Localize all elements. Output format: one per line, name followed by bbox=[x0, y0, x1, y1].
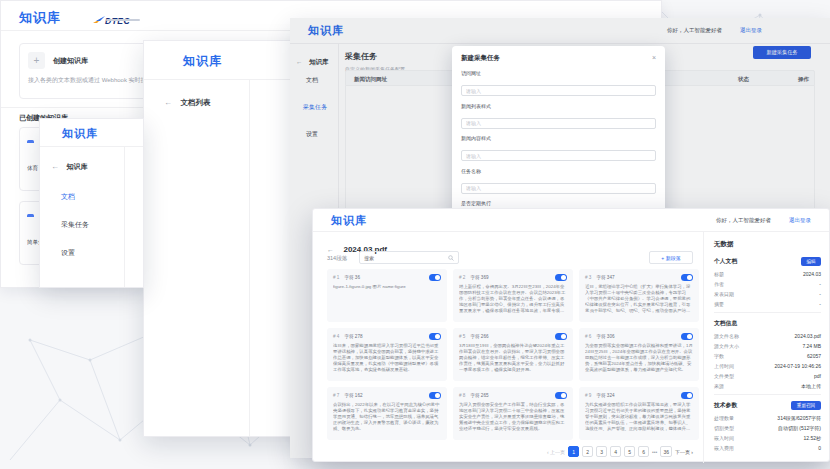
tech-value: 0 bbox=[818, 445, 821, 451]
logout-link[interactable]: 退出登录 bbox=[789, 217, 811, 224]
segment-text: 为深入贯彻全国安全生产工作部署，结合行业实际，各地区各部门深入学习贯彻二十届三中… bbox=[459, 402, 567, 432]
pagination-page-1[interactable]: 1 bbox=[568, 446, 579, 457]
file-value: 2024-07-19 10:46:26 bbox=[775, 363, 821, 369]
doc-list-app-title: 知识库 bbox=[183, 53, 222, 70]
field-task-name-label: 任务名称 bbox=[461, 168, 656, 174]
meta-value: - bbox=[819, 291, 821, 297]
tech-key: 嵌入费用 bbox=[714, 445, 734, 451]
schedule-label: 是否定期执行 bbox=[461, 200, 656, 206]
meta-value: - bbox=[819, 301, 821, 307]
meta-key: 摘要 bbox=[714, 301, 724, 307]
search-input-wrap bbox=[359, 251, 459, 264]
dtec-logo-subline bbox=[106, 19, 140, 21]
field-task-name-input[interactable] bbox=[461, 183, 656, 194]
tech-section-title: 技术参数 bbox=[714, 401, 737, 410]
pagination-prev[interactable]: ‹ 上一页 bbox=[547, 449, 565, 455]
segment-chars: 字符 36 bbox=[344, 275, 424, 280]
file-value: 本地上传 bbox=[801, 383, 821, 389]
modal-title: 新建采集任务 bbox=[461, 54, 500, 63]
segment-toggle[interactable] bbox=[429, 274, 441, 281]
back-arrow-icon[interactable]: ← bbox=[164, 98, 172, 107]
file-key: 源文件大小 bbox=[714, 343, 739, 349]
tech-recall-button[interactable]: 重新召回 bbox=[791, 401, 821, 410]
segment-toggle[interactable] bbox=[555, 333, 567, 340]
plus-icon: + bbox=[28, 52, 45, 69]
segment-text: 踏上新征程，奋楫再出发。3月22日至23日，2024年全国国防科技工业工作会议在… bbox=[459, 284, 567, 314]
segment-chars: 字符 306 bbox=[596, 334, 676, 339]
pagination-next[interactable]: 下一页 › bbox=[675, 449, 693, 455]
segment-chars: 字符 324 bbox=[596, 393, 676, 398]
pagination: ‹ 上一页 1 2 3 4 5 6 ••• 36 下一页 › bbox=[313, 446, 699, 457]
user-greeting: 你好，人工智能爱好者 bbox=[716, 217, 771, 224]
segment-chars: 字符 278 bbox=[344, 334, 424, 339]
kb-nav-back-label[interactable]: 知识库 bbox=[66, 163, 87, 170]
segment-toggle[interactable] bbox=[555, 274, 567, 281]
document-window: 知识库 你好，人工智能爱好者 退出登录 无数据 个人文档 编辑 标题2024.0… bbox=[312, 208, 830, 462]
segment-card: # 7字符 162 会议指出，2022年以来，在以习近平同志为核心的党中央坚强领… bbox=[327, 387, 447, 440]
tech-value: 12.52秒 bbox=[803, 435, 821, 441]
file-key: 字数 bbox=[714, 353, 724, 359]
segment-toggle[interactable] bbox=[681, 392, 693, 399]
base-app-title: 知识库 bbox=[19, 9, 61, 27]
doc-list-sidebar-divider bbox=[249, 79, 250, 436]
add-segment-button[interactable]: + 新段落 bbox=[649, 251, 693, 264]
tech-key: 嵌入时间 bbox=[714, 435, 734, 441]
sidebar-item-docs[interactable]: 文档 bbox=[61, 192, 75, 202]
pagination-page-4[interactable]: 4 bbox=[610, 446, 621, 457]
segment-chars: 字符 266 bbox=[470, 334, 550, 339]
segment-card: # 5字符 266 3月18日至19日，全国两会精神传达会暨2024年重点工作部… bbox=[453, 328, 573, 381]
file-key: 源文件名称 bbox=[714, 333, 739, 339]
field-content-style-label: 新闻内容样式 bbox=[461, 135, 656, 141]
segment-toggle[interactable] bbox=[429, 392, 441, 399]
segment-index: # 7 bbox=[333, 393, 339, 398]
back-arrow-icon[interactable]: ← bbox=[51, 162, 59, 171]
segment-toggle[interactable] bbox=[555, 392, 567, 399]
pagination-page-6[interactable]: 6 bbox=[638, 446, 649, 457]
segment-text: 近日，党组理论学习中心组（扩大）举行集体学习，深入学习贯彻二十届中央纪委三次全会… bbox=[585, 284, 693, 314]
segment-index: # 9 bbox=[585, 393, 591, 398]
meta-empty-state: 无数据 bbox=[714, 240, 821, 249]
file-key: 上传时间 bbox=[714, 363, 734, 369]
doc-list-back-label[interactable]: 文档列表 bbox=[180, 98, 210, 107]
search-icon bbox=[448, 255, 454, 261]
field-list-style-input[interactable] bbox=[461, 118, 656, 129]
meta-edit-button[interactable]: 编辑 bbox=[801, 257, 821, 266]
pagination-page-2[interactable]: 2 bbox=[582, 446, 593, 457]
back-arrow-icon[interactable]: ← bbox=[327, 246, 334, 253]
segment-toggle[interactable] bbox=[429, 333, 441, 340]
segment-chars: 字符 265 bbox=[470, 393, 550, 398]
segment-chars: 字符 347 bbox=[596, 275, 676, 280]
pagination-page-5[interactable]: 5 bbox=[624, 446, 635, 457]
create-kb-title: 创建知识库 bbox=[53, 56, 88, 66]
segment-index: # 1 bbox=[333, 275, 339, 280]
dtec-logo: DTEC bbox=[93, 10, 130, 28]
segment-count: 314段落 bbox=[327, 255, 347, 262]
meta-value: 2024.03 bbox=[803, 271, 821, 277]
search-input[interactable] bbox=[364, 255, 448, 261]
kb-card-label: 体育 bbox=[27, 165, 38, 172]
pagination-page-36[interactable]: 36 bbox=[660, 446, 672, 457]
file-key: 文件类型 bbox=[714, 373, 734, 379]
pagination-page-3[interactable]: 3 bbox=[596, 446, 607, 457]
meta-key: 发表日期 bbox=[714, 291, 734, 297]
segment-text: 会议指出，2022年以来，在以习近平同志为核心的党中央坚强领导下，扎实推动党纪学… bbox=[333, 402, 441, 432]
sidebar-item-tasks[interactable]: 采集任务 bbox=[61, 220, 89, 230]
segment-card: # 3字符 347 近日，党组理论学习中心组（扩大）举行集体学习，深入学习贯彻二… bbox=[579, 269, 699, 322]
sidebar-item-settings[interactable]: 设置 bbox=[61, 248, 75, 258]
screenshot-canvas: 知识库 DTEC + 创建知识库 接入各类的文本数据或通过 Webhook 实时… bbox=[0, 0, 830, 469]
file-value: 7.24 MB bbox=[802, 343, 821, 349]
field-url-input[interactable] bbox=[461, 85, 656, 96]
close-icon[interactable]: × bbox=[652, 54, 656, 63]
tech-value: 自动切割 (512字符) bbox=[778, 425, 821, 431]
segment-index: # 6 bbox=[585, 334, 591, 339]
pagination-ellipsis: ••• bbox=[652, 449, 657, 455]
segment-toggle[interactable] bbox=[681, 333, 693, 340]
meta-section-title: 个人文档 bbox=[714, 257, 737, 266]
segment-card: # 4字符 278 连日来，国家能源局党组深入学习贯彻习近平总书记重要讲话精神，… bbox=[327, 328, 447, 381]
field-content-style-input[interactable] bbox=[461, 150, 656, 161]
tech-key: 处理数量 bbox=[714, 415, 734, 421]
segment-toggle[interactable] bbox=[681, 274, 693, 281]
segment-card: # 2字符 369 踏上新征程，奋楫再出发。3月22日至23日，2024年全国国… bbox=[453, 269, 573, 322]
doc-meta-sidebar: 无数据 个人文档 编辑 标题2024.03 作者- 发表日期- 摘要- 文档信息… bbox=[703, 232, 830, 463]
file-value: pdf bbox=[814, 373, 821, 379]
